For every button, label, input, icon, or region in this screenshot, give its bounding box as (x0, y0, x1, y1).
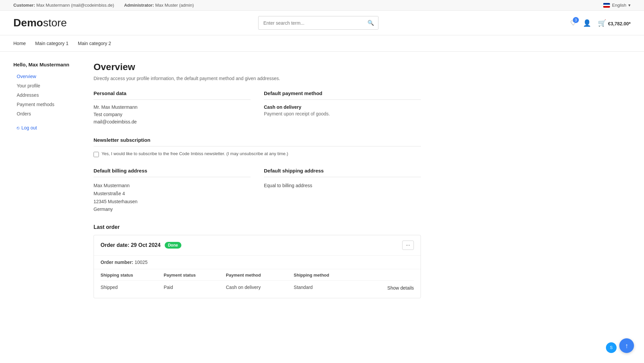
wishlist-button[interactable]: ♡ 3 (570, 19, 576, 27)
order-number-row: Order number: 10025 (94, 256, 421, 269)
order-date-header: Order date: 29 Oct 2024 Done (101, 242, 181, 249)
col-shipping-status: Shipping status (101, 269, 164, 281)
payment-method-name: Cash on delivery (264, 104, 421, 110)
admin-info: Administrator: Max Muster (admin) (124, 3, 194, 8)
newsletter-section: Newsletter subscription Yes, I would lik… (94, 137, 421, 157)
cart-amount: €3,782.00* (608, 21, 631, 26)
billing-heading: Default billing address (94, 168, 251, 177)
order-card: Order date: 29 Oct 2024 Done ··· Order n… (94, 235, 421, 298)
logo[interactable]: Demostore (13, 17, 67, 29)
order-status-badge: Done (165, 242, 181, 249)
billing-line2: Musterstraße 4 (94, 190, 251, 198)
col-payment-status: Payment status (164, 269, 226, 281)
header-icons: ♡ 3 👤 🛒 €3,782.00* (570, 19, 631, 27)
personal-payment-section: Personal data Mr. Max Mustermann Test co… (94, 90, 421, 126)
billing-line1: Max Mustermann (94, 182, 251, 190)
personal-email: mail@codeimbiss.de (94, 119, 251, 124)
nav-category2[interactable]: Main category 2 (78, 39, 111, 47)
sidebar-nav: Overview Your profile Addresses Payment … (13, 72, 80, 118)
order-date: Order date: 29 Oct 2024 (101, 242, 161, 248)
sidebar-item-payment[interactable]: Payment methods (13, 100, 80, 109)
order-menu-button[interactable]: ··· (402, 241, 414, 250)
sidebar: Hello, Max Mustermann Overview Your prof… (13, 62, 80, 298)
account-button[interactable]: 👤 (583, 19, 591, 27)
last-order-section: Last order Order date: 29 Oct 2024 Done … (94, 224, 421, 298)
page-subtitle: Directly access your profile information… (94, 76, 421, 81)
shipping-status-value: Shipped (101, 281, 164, 293)
billing-line4: Germany (94, 206, 251, 214)
search-bar: 🔍 (258, 16, 378, 30)
main-content: Overview Directly access your profile in… (94, 62, 421, 298)
col-payment-method: Payment method (226, 269, 294, 281)
top-bar-left: Customer: Max Mustermann (mail@codeimbis… (13, 3, 194, 8)
language-selector[interactable]: English ▾ (603, 3, 631, 8)
newsletter-heading: Newsletter subscription (94, 137, 421, 146)
search-input[interactable] (259, 17, 363, 29)
sidebar-item-orders[interactable]: Orders (13, 109, 80, 118)
sidebar-greeting: Hello, Max Mustermann (13, 62, 80, 67)
top-bar: Customer: Max Mustermann (mail@codeimbis… (0, 0, 644, 11)
sidebar-item-overview[interactable]: Overview (13, 72, 80, 81)
page-layout: Hello, Max Mustermann Overview Your prof… (0, 52, 434, 308)
newsletter-checkbox[interactable] (94, 152, 99, 157)
cart-button[interactable]: 🛒 €3,782.00* (598, 19, 631, 27)
billing-address-section: Default billing address Max Mustermann M… (94, 168, 251, 214)
personal-data-heading: Personal data (94, 90, 251, 100)
main-nav: Home Main category 1 Main category 2 (0, 35, 644, 52)
nav-home[interactable]: Home (13, 39, 26, 47)
order-table: Shipping status Payment status Payment m… (94, 269, 421, 298)
order-card-header: Order date: 29 Oct 2024 Done ··· (94, 235, 421, 256)
logout-icon: ⎋ (17, 125, 19, 130)
last-order-title: Last order (94, 224, 421, 230)
personal-company: Test company (94, 112, 251, 117)
personal-name: Mr. Max Mustermann (94, 104, 251, 110)
personal-data-section: Personal data Mr. Max Mustermann Test co… (94, 90, 251, 126)
flag-icon (603, 3, 610, 8)
newsletter-label: Yes, I would like to subscribe to the fr… (102, 151, 288, 156)
wishlist-badge: 3 (573, 17, 579, 23)
header: Demostore 🔍 ♡ 3 👤 🛒 €3,782.00* (0, 11, 644, 35)
shipping-heading: Default shipping address (264, 168, 421, 177)
default-payment-section: Default payment method Cash on delivery … (264, 90, 421, 126)
customer-info: Customer: Max Mustermann (mail@codeimbis… (13, 3, 114, 8)
address-section: Default billing address Max Mustermann M… (94, 168, 421, 214)
payment-heading: Default payment method (264, 90, 421, 100)
page-title: Overview (94, 62, 421, 72)
order-row: Shipped Paid Cash on delivery Standard S… (101, 281, 414, 293)
col-shipping-method: Shipping method (294, 269, 362, 281)
shipping-equal: Equal to billing address (264, 182, 421, 190)
shipping-address-section: Default shipping address Equal to billin… (264, 168, 421, 214)
show-details-button[interactable]: Show details (387, 285, 414, 291)
search-button[interactable]: 🔍 (363, 16, 378, 29)
logout-button[interactable]: ⎋ Log out (13, 123, 80, 132)
payment-method-value: Cash on delivery (226, 281, 294, 293)
billing-line3: 12345 Musterhausen (94, 198, 251, 206)
payment-method-desc: Payment upon receipt of goods. (264, 111, 421, 116)
chevron-down-icon: ▾ (628, 3, 631, 8)
sidebar-item-profile[interactable]: Your profile (13, 81, 80, 90)
payment-status-value: Paid (164, 281, 226, 293)
shipping-method-value: Standard (294, 281, 362, 293)
nav-category1[interactable]: Main category 1 (35, 39, 68, 47)
sidebar-item-addresses[interactable]: Addresses (13, 91, 80, 99)
newsletter-checkbox-row: Yes, I would like to subscribe to the fr… (94, 151, 421, 157)
